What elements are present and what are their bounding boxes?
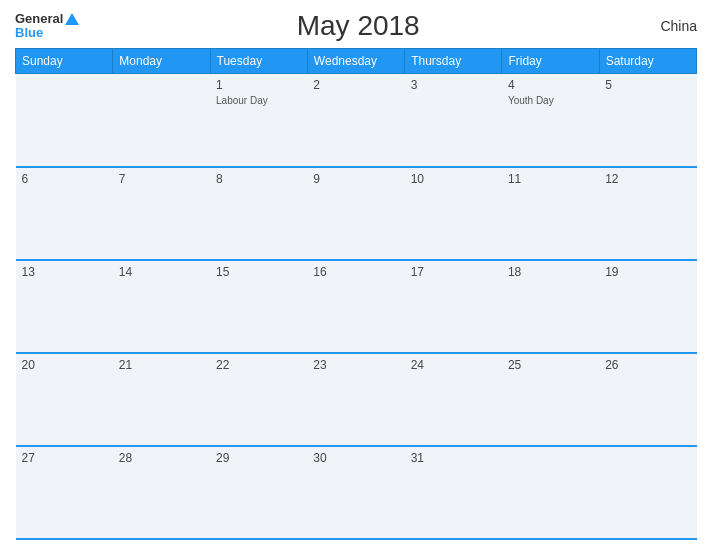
day-number: 19 [605,265,690,279]
calendar-cell: 7 [113,167,210,260]
calendar-cell: 28 [113,446,210,539]
calendar-cell: 13 [16,260,113,353]
logo-blue-text: Blue [15,26,43,40]
logo-general-text: General [15,12,63,26]
day-number: 31 [411,451,496,465]
calendar-cell: 5 [599,74,696,167]
day-number: 25 [508,358,593,372]
calendar-cell: 9 [307,167,404,260]
calendar-cell: 14 [113,260,210,353]
calendar-cell: 22 [210,353,307,446]
calendar-cell: 4Youth Day [502,74,599,167]
calendar-cell: 24 [405,353,502,446]
day-number: 1 [216,78,301,92]
calendar-cell: 23 [307,353,404,446]
calendar-cell: 19 [599,260,696,353]
calendar-cell: 12 [599,167,696,260]
calendar-cell: 10 [405,167,502,260]
col-thursday: Thursday [405,49,502,74]
week-row-1: 1Labour Day234Youth Day5 [16,74,697,167]
day-number: 13 [22,265,107,279]
day-number: 5 [605,78,690,92]
calendar-cell: 6 [16,167,113,260]
calendar-table: Sunday Monday Tuesday Wednesday Thursday… [15,48,697,540]
day-number: 8 [216,172,301,186]
col-friday: Friday [502,49,599,74]
holiday-label: Youth Day [508,94,593,107]
col-tuesday: Tuesday [210,49,307,74]
header: General Blue May 2018 China [15,10,697,42]
day-number: 27 [22,451,107,465]
calendar-cell: 31 [405,446,502,539]
logo-triangle-icon [65,13,79,25]
day-number: 21 [119,358,204,372]
calendar-cell [502,446,599,539]
holiday-label: Labour Day [216,94,301,107]
day-number: 7 [119,172,204,186]
calendar-cell: 30 [307,446,404,539]
day-number: 3 [411,78,496,92]
calendar-cell: 21 [113,353,210,446]
day-number: 14 [119,265,204,279]
day-number: 29 [216,451,301,465]
day-number: 17 [411,265,496,279]
day-number: 26 [605,358,690,372]
day-number: 22 [216,358,301,372]
day-number: 18 [508,265,593,279]
col-monday: Monday [113,49,210,74]
calendar-cell [113,74,210,167]
day-number: 23 [313,358,398,372]
col-sunday: Sunday [16,49,113,74]
day-number: 4 [508,78,593,92]
col-saturday: Saturday [599,49,696,74]
calendar-cell: 15 [210,260,307,353]
day-number: 11 [508,172,593,186]
day-number: 24 [411,358,496,372]
weekday-header-row: Sunday Monday Tuesday Wednesday Thursday… [16,49,697,74]
calendar-cell: 29 [210,446,307,539]
day-number: 9 [313,172,398,186]
week-row-2: 6789101112 [16,167,697,260]
calendar-cell [16,74,113,167]
calendar-cell: 16 [307,260,404,353]
calendar-cell: 26 [599,353,696,446]
calendar-title: May 2018 [79,10,637,42]
day-number: 16 [313,265,398,279]
country-label: China [637,18,697,34]
calendar-cell: 2 [307,74,404,167]
calendar-page: General Blue May 2018 China Sunday Monda… [0,0,712,550]
logo: General Blue [15,12,79,41]
calendar-cell: 25 [502,353,599,446]
week-row-4: 20212223242526 [16,353,697,446]
calendar-cell: 20 [16,353,113,446]
day-number: 30 [313,451,398,465]
col-wednesday: Wednesday [307,49,404,74]
calendar-cell: 27 [16,446,113,539]
calendar-cell: 3 [405,74,502,167]
calendar-cell: 11 [502,167,599,260]
calendar-cell: 18 [502,260,599,353]
calendar-cell: 17 [405,260,502,353]
day-number: 12 [605,172,690,186]
day-number: 6 [22,172,107,186]
day-number: 2 [313,78,398,92]
week-row-3: 13141516171819 [16,260,697,353]
calendar-cell [599,446,696,539]
day-number: 28 [119,451,204,465]
calendar-cell: 1Labour Day [210,74,307,167]
day-number: 20 [22,358,107,372]
day-number: 10 [411,172,496,186]
week-row-5: 2728293031 [16,446,697,539]
day-number: 15 [216,265,301,279]
calendar-cell: 8 [210,167,307,260]
